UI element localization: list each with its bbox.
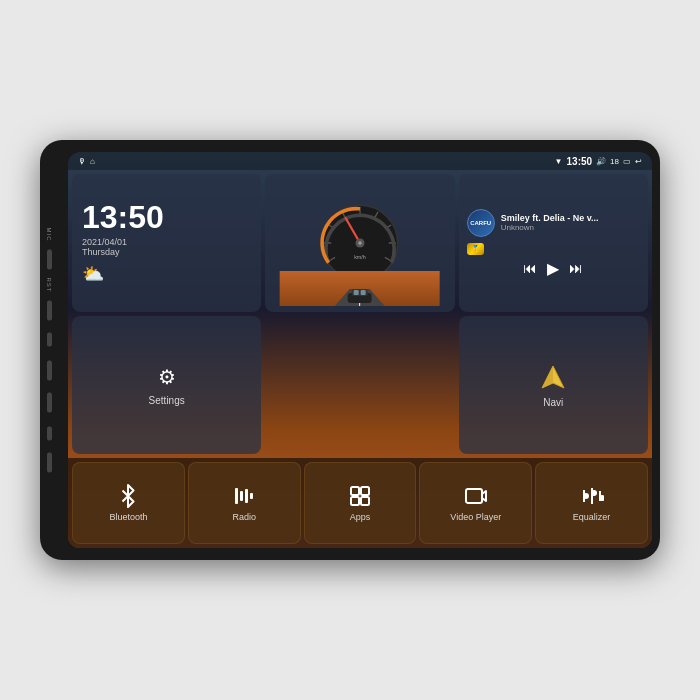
status-time: 13:50 — [567, 156, 593, 167]
music-info: Smiley ft. Delia - Ne v... Unknown — [501, 213, 640, 232]
volume-icon: 🔊 — [596, 157, 606, 166]
svg-rect-25 — [245, 489, 248, 503]
settings-widget[interactable]: ⚙ Settings — [72, 316, 261, 454]
equalizer-button[interactable]: Equalizer — [535, 462, 648, 544]
settings-icon: ⚙ — [158, 365, 176, 389]
clock-widget: 13:50 2021/04/01 Thursday ⛅ — [72, 174, 261, 312]
side-button-3[interactable] — [47, 361, 52, 381]
status-left: 🎙 ⌂ — [78, 157, 95, 166]
side-button-5[interactable] — [47, 427, 52, 441]
empty-widget — [265, 316, 454, 454]
weather-icon: ⛅ — [82, 263, 104, 285]
navi-widget[interactable]: Navi — [459, 316, 648, 454]
svg-rect-29 — [351, 497, 359, 505]
play-button[interactable]: ▶ — [547, 259, 559, 278]
screen: 🎙 ⌂ ▼ 13:50 🔊 18 ▭ ↩ 13:50 2021/04/01 — [68, 152, 652, 548]
music-widget: CARFU Smiley ft. Delia - Ne v... Unknown… — [459, 174, 648, 312]
svg-rect-28 — [361, 487, 369, 495]
svg-rect-24 — [240, 491, 243, 501]
clock-date: 2021/04/01 — [82, 237, 127, 247]
svg-rect-19 — [354, 290, 359, 295]
apps-button[interactable]: Apps — [304, 462, 417, 544]
clock-time: 13:50 — [82, 201, 164, 233]
mic-label: MIC — [46, 228, 52, 242]
car-head-unit: MIC RST 🎙 ⌂ ▼ 13:50 🔊 18 ▭ — [40, 140, 660, 560]
navi-icon — [539, 363, 567, 391]
radio-icon — [232, 484, 256, 508]
side-buttons: MIC RST — [46, 228, 52, 473]
music-title: Smiley ft. Delia - Ne v... — [501, 213, 640, 223]
svg-rect-23 — [235, 488, 238, 504]
main-screen: 🎙 ⌂ ▼ 13:50 🔊 18 ▭ ↩ 13:50 2021/04/01 — [68, 152, 652, 548]
music-artist: Unknown — [501, 223, 640, 232]
back-icon: ↩ — [635, 157, 642, 166]
clock-day: Thursday — [82, 247, 120, 257]
main-grid: 13:50 2021/04/01 Thursday ⛅ — [68, 170, 652, 458]
svg-point-12 — [358, 241, 362, 245]
status-right: ▼ 13:50 🔊 18 ▭ ↩ — [555, 156, 642, 167]
prev-button[interactable]: ⏮ — [523, 260, 537, 276]
home-icon: ⌂ — [90, 157, 95, 166]
badge-icon: 🥇 — [471, 245, 480, 253]
equalizer-label: Equalizer — [573, 512, 611, 522]
video-player-label: Video Player — [450, 512, 501, 522]
video-icon — [464, 484, 488, 508]
volume-level: 18 — [610, 157, 619, 166]
music-controls[interactable]: ⏮ ▶ ⏭ — [467, 259, 640, 278]
video-player-button[interactable]: Video Player — [419, 462, 532, 544]
apps-label: Apps — [350, 512, 371, 522]
bottom-bar: Bluetooth Radio — [68, 458, 652, 548]
side-button-2[interactable] — [47, 301, 52, 321]
screen-icon: ▭ — [623, 157, 631, 166]
side-button-6[interactable] — [47, 453, 52, 473]
svg-rect-27 — [351, 487, 359, 495]
gold-badge: 🥇 — [467, 243, 484, 255]
side-button-4[interactable] — [47, 393, 52, 413]
road-scene — [271, 271, 448, 306]
navi-label: Navi — [543, 397, 563, 408]
music-header: CARFU Smiley ft. Delia - Ne v... Unknown — [467, 209, 640, 237]
equalizer-icon — [580, 484, 604, 508]
rst-label: RST — [46, 278, 52, 293]
svg-rect-30 — [361, 497, 369, 505]
bluetooth-icon — [116, 484, 140, 508]
radio-label: Radio — [232, 512, 256, 522]
status-bar: 🎙 ⌂ ▼ 13:50 🔊 18 ▭ ↩ — [68, 152, 652, 170]
svg-text:km/h: km/h — [354, 254, 366, 260]
apps-icon — [348, 484, 372, 508]
mic-indicator: 🎙 — [78, 157, 86, 166]
speedometer-widget: km/h — [265, 174, 454, 312]
radio-button[interactable]: Radio — [188, 462, 301, 544]
side-button-1[interactable] — [47, 250, 52, 270]
wifi-icon: ▼ — [555, 157, 563, 166]
settings-label: Settings — [149, 395, 185, 406]
svg-rect-20 — [361, 290, 366, 295]
svg-rect-31 — [466, 489, 482, 503]
music-app-logo: CARFU — [467, 209, 495, 237]
speedo-container: km/h — [271, 180, 448, 306]
side-button-power[interactable] — [47, 333, 52, 347]
bluetooth-label: Bluetooth — [109, 512, 147, 522]
svg-rect-26 — [250, 493, 253, 499]
bluetooth-button[interactable]: Bluetooth — [72, 462, 185, 544]
next-button[interactable]: ⏭ — [569, 260, 583, 276]
